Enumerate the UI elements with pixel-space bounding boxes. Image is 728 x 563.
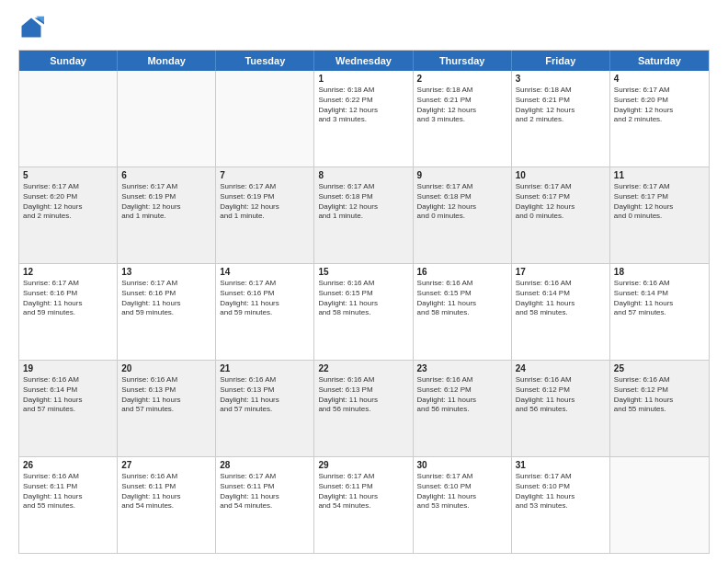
cal-cell: 27Sunrise: 6:16 AM Sunset: 6:11 PM Dayli… [118, 457, 216, 553]
day-number: 4 [614, 74, 705, 84]
day-number: 5 [23, 170, 113, 180]
cal-cell: 16Sunrise: 6:16 AM Sunset: 6:15 PM Dayli… [414, 264, 512, 360]
day-number: 8 [318, 170, 408, 180]
cell-info: Sunrise: 6:16 AM Sunset: 6:14 PM Dayligh… [614, 279, 705, 318]
cal-header-sunday: Sunday [19, 51, 118, 71]
cal-week-3: 12Sunrise: 6:17 AM Sunset: 6:16 PM Dayli… [19, 264, 709, 361]
cal-cell: 25Sunrise: 6:16 AM Sunset: 6:12 PM Dayli… [610, 361, 709, 456]
calendar-header: SundayMondayTuesdayWednesdayThursdayFrid… [19, 51, 709, 71]
cal-cell: 11Sunrise: 6:17 AM Sunset: 6:17 PM Dayli… [610, 167, 709, 263]
cal-cell [118, 71, 216, 167]
header [18, 15, 710, 40]
cell-info: Sunrise: 6:16 AM Sunset: 6:14 PM Dayligh… [516, 279, 606, 318]
cal-week-4: 19Sunrise: 6:16 AM Sunset: 6:14 PM Dayli… [19, 361, 709, 457]
cal-header-friday: Friday [512, 51, 610, 71]
day-number: 15 [318, 267, 408, 277]
cal-week-2: 5Sunrise: 6:17 AM Sunset: 6:20 PM Daylig… [19, 167, 709, 264]
day-number: 27 [121, 460, 211, 470]
cal-cell: 23Sunrise: 6:16 AM Sunset: 6:12 PM Dayli… [414, 361, 512, 456]
cal-cell: 13Sunrise: 6:17 AM Sunset: 6:16 PM Dayli… [118, 264, 216, 360]
day-number: 3 [516, 74, 606, 84]
cell-info: Sunrise: 6:17 AM Sunset: 6:20 PM Dayligh… [614, 86, 705, 125]
cal-cell [216, 71, 314, 167]
cal-cell: 15Sunrise: 6:16 AM Sunset: 6:15 PM Dayli… [314, 264, 413, 360]
cal-header-thursday: Thursday [414, 51, 512, 71]
day-number: 25 [614, 363, 705, 373]
day-number: 20 [121, 363, 211, 373]
day-number: 14 [220, 267, 310, 277]
day-number: 17 [516, 267, 606, 277]
day-number: 12 [23, 267, 113, 277]
cal-cell: 14Sunrise: 6:17 AM Sunset: 6:16 PM Dayli… [216, 264, 314, 360]
cell-info: Sunrise: 6:16 AM Sunset: 6:15 PM Dayligh… [318, 279, 408, 318]
calendar-body: 1Sunrise: 6:18 AM Sunset: 6:22 PM Daylig… [19, 71, 709, 553]
cell-info: Sunrise: 6:17 AM Sunset: 6:16 PM Dayligh… [220, 279, 310, 318]
cell-info: Sunrise: 6:17 AM Sunset: 6:20 PM Dayligh… [23, 182, 113, 222]
cal-cell: 22Sunrise: 6:16 AM Sunset: 6:13 PM Dayli… [314, 361, 413, 456]
calendar: SundayMondayTuesdayWednesdayThursdayFrid… [18, 50, 710, 554]
cal-week-1: 1Sunrise: 6:18 AM Sunset: 6:22 PM Daylig… [19, 71, 709, 167]
svg-marker-0 [22, 18, 41, 38]
cell-info: Sunrise: 6:17 AM Sunset: 6:19 PM Dayligh… [121, 182, 211, 222]
logo-icon [18, 15, 44, 40]
cal-cell: 20Sunrise: 6:16 AM Sunset: 6:13 PM Dayli… [118, 361, 216, 456]
day-number: 16 [417, 267, 507, 277]
cell-info: Sunrise: 6:17 AM Sunset: 6:17 PM Dayligh… [516, 182, 606, 222]
cal-cell: 8Sunrise: 6:17 AM Sunset: 6:18 PM Daylig… [314, 167, 413, 263]
cal-cell: 26Sunrise: 6:16 AM Sunset: 6:11 PM Dayli… [19, 457, 118, 553]
cell-info: Sunrise: 6:17 AM Sunset: 6:16 PM Dayligh… [23, 279, 113, 318]
cal-header-wednesday: Wednesday [314, 51, 413, 71]
cell-info: Sunrise: 6:16 AM Sunset: 6:13 PM Dayligh… [121, 375, 211, 415]
cell-info: Sunrise: 6:18 AM Sunset: 6:22 PM Dayligh… [318, 86, 408, 125]
cell-info: Sunrise: 6:17 AM Sunset: 6:18 PM Dayligh… [318, 182, 408, 222]
cal-header-monday: Monday [118, 51, 216, 71]
day-number: 21 [220, 363, 310, 373]
day-number: 31 [516, 460, 606, 470]
cell-info: Sunrise: 6:16 AM Sunset: 6:15 PM Dayligh… [417, 279, 507, 318]
cell-info: Sunrise: 6:17 AM Sunset: 6:10 PM Dayligh… [516, 472, 606, 511]
cal-header-saturday: Saturday [610, 51, 709, 71]
cal-cell: 7Sunrise: 6:17 AM Sunset: 6:19 PM Daylig… [216, 167, 314, 263]
cell-info: Sunrise: 6:17 AM Sunset: 6:11 PM Dayligh… [318, 472, 408, 511]
cell-info: Sunrise: 6:16 AM Sunset: 6:13 PM Dayligh… [220, 375, 310, 415]
cal-cell: 1Sunrise: 6:18 AM Sunset: 6:22 PM Daylig… [314, 71, 413, 167]
cal-cell: 12Sunrise: 6:17 AM Sunset: 6:16 PM Dayli… [19, 264, 118, 360]
day-number: 10 [516, 170, 606, 180]
day-number: 28 [220, 460, 310, 470]
day-number: 19 [23, 363, 113, 373]
cal-cell: 18Sunrise: 6:16 AM Sunset: 6:14 PM Dayli… [610, 264, 709, 360]
day-number: 13 [121, 267, 211, 277]
cell-info: Sunrise: 6:18 AM Sunset: 6:21 PM Dayligh… [516, 86, 606, 125]
cal-cell: 4Sunrise: 6:17 AM Sunset: 6:20 PM Daylig… [610, 71, 709, 167]
day-number: 29 [318, 460, 408, 470]
cal-cell: 10Sunrise: 6:17 AM Sunset: 6:17 PM Dayli… [512, 167, 610, 263]
cal-cell [610, 457, 709, 553]
cell-info: Sunrise: 6:18 AM Sunset: 6:21 PM Dayligh… [417, 86, 507, 125]
day-number: 6 [121, 170, 211, 180]
cal-cell: 24Sunrise: 6:16 AM Sunset: 6:12 PM Dayli… [512, 361, 610, 456]
day-number: 11 [614, 170, 705, 180]
page: SundayMondayTuesdayWednesdayThursdayFrid… [0, 0, 728, 563]
day-number: 18 [614, 267, 705, 277]
cal-cell: 2Sunrise: 6:18 AM Sunset: 6:21 PM Daylig… [414, 71, 512, 167]
day-number: 9 [417, 170, 507, 180]
cal-cell: 28Sunrise: 6:17 AM Sunset: 6:11 PM Dayli… [216, 457, 314, 553]
cal-cell: 30Sunrise: 6:17 AM Sunset: 6:10 PM Dayli… [414, 457, 512, 553]
cal-cell: 21Sunrise: 6:16 AM Sunset: 6:13 PM Dayli… [216, 361, 314, 456]
cell-info: Sunrise: 6:17 AM Sunset: 6:11 PM Dayligh… [220, 472, 310, 511]
cal-cell: 17Sunrise: 6:16 AM Sunset: 6:14 PM Dayli… [512, 264, 610, 360]
cal-cell: 29Sunrise: 6:17 AM Sunset: 6:11 PM Dayli… [314, 457, 413, 553]
day-number: 7 [220, 170, 310, 180]
day-number: 26 [23, 460, 113, 470]
cell-info: Sunrise: 6:16 AM Sunset: 6:12 PM Dayligh… [417, 375, 507, 415]
day-number: 24 [516, 363, 606, 373]
cell-info: Sunrise: 6:17 AM Sunset: 6:17 PM Dayligh… [614, 182, 705, 222]
day-number: 22 [318, 363, 408, 373]
cell-info: Sunrise: 6:17 AM Sunset: 6:10 PM Dayligh… [417, 472, 507, 511]
day-number: 1 [318, 74, 408, 84]
day-number: 23 [417, 363, 507, 373]
cal-cell: 3Sunrise: 6:18 AM Sunset: 6:21 PM Daylig… [512, 71, 610, 167]
cell-info: Sunrise: 6:16 AM Sunset: 6:14 PM Dayligh… [23, 375, 113, 415]
day-number: 30 [417, 460, 507, 470]
cell-info: Sunrise: 6:16 AM Sunset: 6:12 PM Dayligh… [516, 375, 606, 415]
